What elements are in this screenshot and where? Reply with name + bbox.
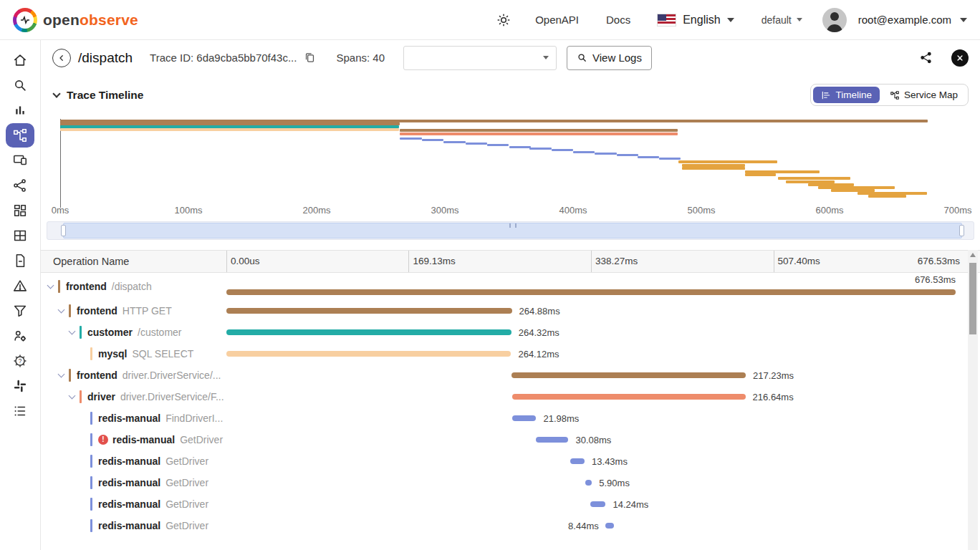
overview-span-bar[interactable]	[745, 173, 776, 176]
span-row[interactable]: frontendHTTP GET264.88ms	[41, 300, 980, 322]
user-menu[interactable]: root@example.com	[817, 8, 967, 32]
span-row[interactable]: !redis-manualGetDriver30.08ms	[41, 429, 980, 450]
sidebar-item-iam[interactable]	[6, 324, 34, 348]
brush-center-grip[interactable]	[509, 223, 517, 228]
theme-toggle-sun-icon[interactable]	[496, 12, 511, 28]
span-operation-cell[interactable]: mysqlSQL SELECT	[41, 343, 226, 365]
overview-span-bar[interactable]	[678, 160, 777, 163]
overview-span-bar[interactable]	[778, 177, 850, 180]
brush-handle-left[interactable]	[61, 225, 66, 236]
span-duration-bar[interactable]	[226, 308, 512, 314]
organization-selector[interactable]: default	[762, 14, 802, 26]
span-duration-bar[interactable]	[570, 458, 585, 464]
trace-overview-chart[interactable]	[60, 117, 958, 205]
span-duration-bar[interactable]	[512, 415, 536, 421]
copy-icon[interactable]	[304, 52, 316, 64]
overview-span-bar[interactable]	[552, 149, 573, 151]
scrollbar-thumb[interactable]	[969, 263, 976, 334]
span-operation-cell[interactable]: !redis-manualGetDriver	[41, 429, 226, 450]
overview-span-bar[interactable]	[400, 138, 421, 140]
span-row[interactable]: frontenddriver.DriverService/...217.23ms	[41, 365, 980, 386]
overview-span-bar[interactable]	[422, 139, 443, 141]
brush-selection[interactable]	[63, 223, 962, 238]
span-row[interactable]: redis-manualGetDriver8.44ms	[41, 515, 980, 536]
span-operation-cell[interactable]: redis-manualGetDriver	[41, 515, 226, 536]
view-logs-button[interactable]: View Logs	[567, 46, 652, 70]
brush-handle-right[interactable]	[959, 225, 964, 236]
sidebar-item-dashboards[interactable]	[6, 198, 34, 223]
overview-span-bar[interactable]	[659, 158, 681, 160]
expand-chevron-icon[interactable]	[69, 392, 76, 400]
span-operation-cell[interactable]: frontenddriver.DriverService/...	[41, 365, 226, 386]
sidebar-item-about[interactable]	[6, 399, 34, 423]
span-operation-cell[interactable]: redis-manualGetDriver	[41, 472, 226, 493]
span-duration-bar[interactable]	[226, 351, 511, 357]
sidebar-item-settings[interactable]: ?	[6, 349, 34, 373]
span-operation-cell[interactable]: redis-manualFindDriverI...	[41, 407, 226, 429]
service-map-toggle-button[interactable]: Service Map	[882, 87, 966, 103]
span-operation-cell[interactable]: redis-manualGetDriver	[41, 493, 226, 515]
expand-chevron-icon[interactable]	[47, 282, 54, 289]
logo[interactable]: openobserve	[13, 8, 138, 32]
span-duration-bar[interactable]	[536, 437, 568, 443]
overview-span-bar[interactable]	[682, 167, 745, 170]
sidebar-item-functions[interactable]	[6, 299, 34, 323]
overview-span-bar[interactable]	[466, 143, 487, 145]
collapse-chevron-icon[interactable]	[52, 90, 60, 97]
overview-span-bar[interactable]	[443, 141, 465, 143]
span-row[interactable]: mysqlSQL SELECT264.12ms	[41, 343, 980, 365]
close-button[interactable]	[951, 49, 969, 67]
span-row[interactable]: frontend/dispatch676.53ms	[41, 273, 980, 300]
overview-span-bar[interactable]	[595, 153, 616, 155]
overview-span-bar[interactable]	[400, 129, 678, 132]
span-operation-cell[interactable]: customer/customer	[41, 322, 226, 343]
sidebar-item-reports[interactable]	[6, 249, 34, 273]
span-row[interactable]: redis-manualGetDriver14.24ms	[41, 493, 980, 515]
span-duration-bar[interactable]	[512, 394, 746, 400]
sidebar-item-slack[interactable]	[6, 374, 34, 398]
sidebar-item-pipelines[interactable]	[6, 173, 34, 198]
overview-span-bar[interactable]	[509, 146, 531, 148]
sidebar-item-metrics[interactable]	[6, 98, 34, 122]
expand-chevron-icon[interactable]	[69, 328, 76, 335]
span-operation-cell[interactable]: frontend/dispatch	[41, 273, 226, 300]
span-duration-bar[interactable]	[226, 289, 956, 295]
span-duration-bar[interactable]	[511, 372, 746, 378]
openapi-link[interactable]: OpenAPI	[535, 14, 579, 26]
span-row[interactable]: driverdriver.DriverService/F...216.64ms	[41, 386, 980, 407]
span-row[interactable]: redis-manualFindDriverI...21.98ms	[41, 407, 980, 429]
overview-span-bar[interactable]	[868, 195, 907, 198]
overview-span-bar[interactable]	[487, 144, 509, 146]
expand-chevron-icon[interactable]	[58, 371, 65, 378]
timeline-brush[interactable]	[47, 221, 974, 240]
span-duration-bar[interactable]	[590, 501, 605, 507]
share-icon[interactable]	[919, 51, 933, 64]
sidebar-item-rum[interactable]	[6, 148, 34, 173]
span-operation-cell[interactable]: redis-manualGetDriver	[41, 450, 226, 472]
span-row[interactable]: redis-manualGetDriver13.43ms	[41, 450, 980, 472]
overview-span-bar[interactable]	[529, 148, 551, 150]
vertical-scrollbar[interactable]	[968, 250, 978, 550]
overview-span-bar[interactable]	[638, 156, 659, 158]
span-duration-bar[interactable]	[585, 480, 592, 486]
span-filter-select[interactable]	[403, 46, 557, 70]
overview-span-bar[interactable]	[573, 151, 595, 153]
docs-link[interactable]: Docs	[606, 14, 630, 26]
overview-span-bar[interactable]	[617, 154, 638, 156]
span-row[interactable]: redis-manualGetDriver5.90ms	[41, 472, 980, 493]
language-selector[interactable]: English	[657, 14, 734, 26]
scroll-up-arrow-icon[interactable]	[970, 253, 976, 257]
back-button[interactable]	[52, 49, 71, 67]
overview-span-bar[interactable]	[400, 132, 678, 135]
sidebar-item-alerts[interactable]	[6, 274, 34, 298]
span-duration-bar[interactable]	[605, 523, 615, 529]
span-duration-bar[interactable]	[226, 329, 511, 335]
span-row[interactable]: customer/customer264.32ms	[41, 322, 980, 343]
timeline-toggle-button[interactable]: Timeline	[813, 87, 880, 103]
span-operation-cell[interactable]: driverdriver.DriverService/F...	[41, 386, 226, 407]
overview-span-bar[interactable]	[60, 128, 399, 131]
expand-chevron-icon[interactable]	[58, 307, 65, 314]
span-operation-cell[interactable]: frontendHTTP GET	[41, 300, 226, 322]
sidebar-item-streams[interactable]	[6, 223, 34, 248]
sidebar-item-home[interactable]	[6, 48, 34, 72]
